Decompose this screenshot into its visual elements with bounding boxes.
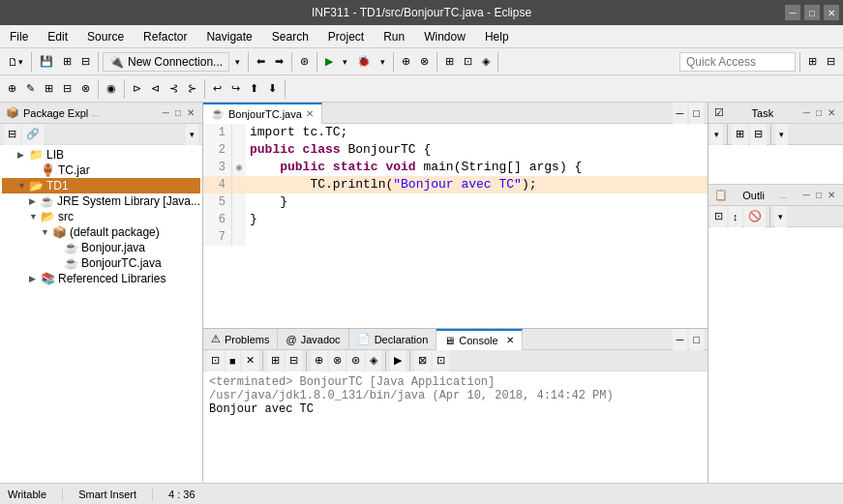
tb2-btn-2[interactable]: ✎ xyxy=(22,78,39,100)
menu-navigate[interactable]: Navigate xyxy=(200,29,257,44)
console-btn-d[interactable]: ⊗ xyxy=(329,350,346,371)
tree-item-src[interactable]: ▼ 📂 src xyxy=(2,209,200,224)
tb2-btn-1[interactable]: ⊕ xyxy=(4,78,20,100)
tree-item-tcjar[interactable]: 🏺 TC.jar xyxy=(2,163,200,178)
print-button[interactable]: ⊟ xyxy=(77,51,94,73)
tb2-btn-6[interactable]: ◉ xyxy=(103,78,120,100)
tree-item-td1[interactable]: ▼ 📂 TD1 xyxy=(2,178,200,193)
bottom-maximize[interactable]: □ xyxy=(689,329,704,350)
console-btn-g[interactable]: ▶ xyxy=(390,350,406,371)
back-button[interactable]: ⬅ xyxy=(253,51,269,73)
editor-content[interactable]: 1 import tc.TC; 2 public class BonjourTC… xyxy=(203,124,708,328)
console-btn-b[interactable]: ⊟ xyxy=(286,350,302,371)
menu-project[interactable]: Project xyxy=(322,29,370,44)
task-btn-4[interactable]: ▾ xyxy=(775,124,788,145)
task-close[interactable]: ✕ xyxy=(826,107,837,118)
editor-tab-close[interactable]: ✕ xyxy=(306,108,314,119)
new-connection-button[interactable]: 🔌 New Connection... xyxy=(103,52,229,72)
editor-maximize[interactable]: □ xyxy=(689,103,704,124)
menu-source[interactable]: Source xyxy=(81,29,130,44)
outline-btn-2[interactable]: ↕ xyxy=(729,206,742,227)
menu-refactor[interactable]: Refactor xyxy=(137,29,193,44)
editor-minimize[interactable]: ─ xyxy=(673,103,688,124)
outline-minimize[interactable]: ─ xyxy=(801,190,812,200)
forward-button[interactable]: ➡ xyxy=(271,51,287,73)
run-dropdown[interactable]: ▾ xyxy=(339,51,351,73)
tb2-btn-12[interactable]: ↪ xyxy=(227,78,244,100)
task-btn-3[interactable]: ⊟ xyxy=(750,124,767,145)
tree-item-bonjourtc[interactable]: ☕ BonjourTC.java xyxy=(2,255,200,271)
tree-item-lib[interactable]: ▶ 📁 LIB xyxy=(2,147,200,163)
menu-search[interactable]: Search xyxy=(266,29,315,44)
menu-help[interactable]: Help xyxy=(479,29,515,44)
console-btn-e[interactable]: ⊛ xyxy=(347,350,364,371)
bottom-minimize[interactable]: ─ xyxy=(673,329,688,350)
toolbar-btn-b[interactable]: ⊕ xyxy=(398,51,414,73)
package-explorer-close[interactable]: ✕ xyxy=(185,107,196,118)
menu-run[interactable]: Run xyxy=(377,29,410,44)
menu-window[interactable]: Window xyxy=(418,29,471,44)
tab-console[interactable]: 🖥 Console ✕ xyxy=(437,329,522,350)
task-btn-2[interactable]: ⊞ xyxy=(732,124,748,145)
tb2-btn-10[interactable]: ⊱ xyxy=(184,78,200,100)
debug-button[interactable]: 🐞 xyxy=(353,51,375,73)
tab-declaration[interactable]: 📄 Declaration xyxy=(349,329,437,350)
toolbar-btn-c[interactable]: ⊗ xyxy=(416,51,433,73)
close-button[interactable]: ✕ xyxy=(824,5,839,20)
toolbar-btn-d[interactable]: ⊞ xyxy=(441,51,458,73)
quick-access-input[interactable] xyxy=(679,52,796,72)
tb2-btn-9[interactable]: ⊰ xyxy=(166,78,182,100)
console-btn-f[interactable]: ◈ xyxy=(366,350,381,371)
task-btn-1[interactable]: ▾ xyxy=(710,124,723,145)
console-btn-i[interactable]: ⊡ xyxy=(433,350,449,371)
tab-javadoc[interactable]: @ Javadoc xyxy=(278,329,348,350)
console-stop-btn[interactable]: ■ xyxy=(226,350,240,371)
tb2-btn-14[interactable]: ⬇ xyxy=(264,78,281,100)
perspective-btn-2[interactable]: ⊟ xyxy=(823,51,839,73)
link-with-editor-button[interactable]: 🔗 xyxy=(22,124,44,145)
task-minimize[interactable]: ─ xyxy=(801,107,812,118)
task-maximize[interactable]: □ xyxy=(814,107,824,118)
package-explorer-minimize[interactable]: ─ xyxy=(161,107,171,118)
editor-tab-bonjourtc[interactable]: ☕ BonjourTC.java ✕ xyxy=(203,103,322,124)
outline-btn-4[interactable]: ▾ xyxy=(774,206,787,227)
menu-file[interactable]: File xyxy=(4,29,34,44)
package-explorer-maximize[interactable]: □ xyxy=(173,107,183,118)
tree-item-jre[interactable]: ▶ ☕ JRE System Library [Java... xyxy=(2,193,200,209)
save-all-button[interactable]: ⊞ xyxy=(59,51,75,73)
toolbar-btn-a[interactable]: ⊛ xyxy=(296,51,313,73)
console-btn-a[interactable]: ⊞ xyxy=(267,350,284,371)
outline-btn-1[interactable]: ⊡ xyxy=(710,206,727,227)
toolbar-btn-e[interactable]: ⊡ xyxy=(460,51,476,73)
tb2-btn-3[interactable]: ⊞ xyxy=(41,78,57,100)
new-button[interactable]: 🗋 ▾ xyxy=(4,51,27,73)
save-button[interactable]: 💾 xyxy=(36,51,57,73)
tree-item-reflibs[interactable]: ▶ 📚 Referenced Libraries xyxy=(2,271,200,286)
tb2-btn-5[interactable]: ⊗ xyxy=(77,78,94,100)
outline-maximize[interactable]: □ xyxy=(814,190,824,200)
tb2-btn-11[interactable]: ↩ xyxy=(209,78,226,100)
tb2-btn-4[interactable]: ⊟ xyxy=(59,78,75,100)
console-btn-c[interactable]: ⊕ xyxy=(311,350,327,371)
connection-dropdown[interactable]: ▾ xyxy=(231,51,244,73)
minimize-button[interactable]: ─ xyxy=(785,5,800,20)
tree-item-defpkg[interactable]: ▼ 📦 (default package) xyxy=(2,224,200,240)
tb2-btn-7[interactable]: ⊳ xyxy=(129,78,145,100)
tb2-btn-8[interactable]: ⊲ xyxy=(147,78,164,100)
console-remove-btn[interactable]: ✕ xyxy=(242,350,258,371)
outline-close[interactable]: ✕ xyxy=(826,190,837,200)
tab-problems[interactable]: ⚠ Problems xyxy=(203,329,278,350)
console-btn-h[interactable]: ⊠ xyxy=(414,350,431,371)
console-clear-btn[interactable]: ⊡ xyxy=(207,350,224,371)
tb2-btn-13[interactable]: ⬆ xyxy=(246,78,262,100)
explorer-menu-button[interactable]: ▾ xyxy=(186,124,198,145)
tree-item-bonjour[interactable]: ☕ Bonjour.java xyxy=(2,240,200,255)
maximize-button[interactable]: □ xyxy=(804,5,820,20)
collapse-all-button[interactable]: ⊟ xyxy=(4,124,20,145)
menu-edit[interactable]: Edit xyxy=(42,29,74,44)
debug-dropdown[interactable]: ▾ xyxy=(376,51,389,73)
toolbar-btn-f[interactable]: ◈ xyxy=(478,51,494,73)
console-tab-close[interactable]: ✕ xyxy=(506,335,514,345)
outline-btn-3[interactable]: 🚫 xyxy=(744,206,766,227)
perspective-btn-1[interactable]: ⊞ xyxy=(804,51,821,73)
